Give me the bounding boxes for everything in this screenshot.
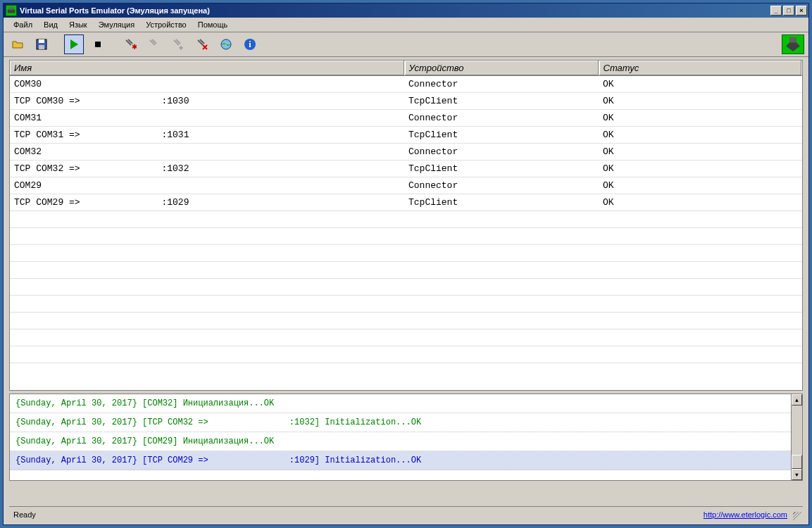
cell-status: OK (599, 194, 802, 211)
cell-device: Connector (404, 144, 599, 161)
website-link[interactable]: http://www.eterlogic.com (704, 510, 787, 519)
cell-device: Connector (404, 76, 599, 93)
menu-file[interactable]: Файл (8, 19, 38, 30)
redacted-ip (85, 130, 161, 140)
open-button[interactable] (8, 34, 27, 54)
plug-delete-icon (196, 38, 208, 51)
info-icon: i (244, 38, 256, 51)
cell-status: OK (599, 161, 802, 177)
scroll-down-icon[interactable]: ▼ (792, 469, 802, 480)
maximize-button[interactable]: □ (783, 6, 794, 15)
resize-grip[interactable] (793, 512, 801, 520)
column-header-name[interactable]: Имя (10, 61, 404, 76)
cell-device: TcpClient (404, 161, 599, 177)
toolbar: ✱ i (4, 32, 808, 57)
table-row-empty (10, 245, 802, 262)
cell-device: TcpClient (404, 194, 599, 211)
save-button[interactable] (32, 34, 51, 54)
table-row[interactable]: TCP COM30 => :1030TcpClientOK (10, 93, 802, 110)
cell-device: TcpClient (404, 93, 599, 110)
table-row-empty (10, 262, 802, 279)
log-line[interactable]: {Sunday, April 30, 2017} [COM32] Инициал… (10, 394, 802, 413)
menubar: Файл Вид Язык Эмуляция Устройство Помощь (4, 18, 808, 32)
status-text: Ready (13, 510, 704, 519)
svg-text:✱: ✱ (132, 43, 137, 51)
statusbar: Ready http://www.eterlogic.com (9, 506, 803, 522)
cell-status: OK (599, 127, 802, 144)
cell-status: OK (599, 93, 802, 110)
window-title: Virtual Serial Ports Emulator (Эмуляция … (20, 6, 769, 15)
column-header-device[interactable]: Устройство (404, 61, 599, 76)
plug-icon (148, 38, 161, 51)
cell-device: Connector (404, 110, 599, 127)
info-button[interactable]: i (240, 34, 260, 54)
table-row-empty (10, 279, 802, 296)
svg-rect-1 (9, 8, 14, 11)
cell-status: OK (599, 110, 802, 127)
table-row-empty (10, 296, 802, 313)
globe-icon (220, 38, 232, 51)
menu-device[interactable]: Устройство (140, 19, 192, 30)
folder-open-icon (11, 38, 24, 51)
svg-rect-10 (789, 37, 797, 43)
table-row-empty (10, 228, 802, 245)
log-line[interactable]: {Sunday, April 30, 2017} [COM29] Инициал… (10, 432, 802, 451)
redacted-ip (213, 417, 289, 427)
cell-device: TcpClient (404, 127, 599, 144)
devices-table: Имя Устройство Статус COM30ConnectorOKTC… (9, 60, 803, 391)
redacted-ip (85, 96, 161, 106)
cell-name: TCP COM30 => :1030 (10, 93, 404, 110)
cell-name: TCP COM31 => :1031 (10, 127, 404, 144)
redacted-ip (85, 164, 161, 174)
table-row[interactable]: TCP COM31 => :1031TcpClientOK (10, 127, 802, 144)
log-scrollbar[interactable]: ▲ ▼ (791, 394, 802, 480)
cell-name: TCP COM29 => :1029 (10, 194, 404, 211)
globe-button[interactable] (216, 34, 236, 54)
stop-button[interactable] (88, 34, 108, 54)
cell-name: COM32 (10, 144, 404, 161)
add-device-button[interactable]: ✱ (120, 34, 140, 54)
svg-rect-4 (39, 45, 44, 49)
cell-name: TCP COM32 => :1032 (10, 161, 404, 177)
close-button[interactable]: × (796, 6, 807, 15)
remove-device-button[interactable] (192, 34, 212, 54)
log-line[interactable]: {Sunday, April 30, 2017} [TCP COM32 => :… (10, 413, 802, 432)
table-row[interactable]: TCP COM32 => :1032TcpClientOK (10, 161, 802, 177)
logo-icon (782, 34, 804, 54)
cell-status: OK (599, 144, 802, 161)
menu-view[interactable]: Вид (38, 19, 63, 30)
log-line[interactable]: {Sunday, April 30, 2017} [TCP COM29 => :… (10, 451, 802, 470)
scroll-thumb[interactable] (792, 455, 802, 469)
svg-rect-5 (95, 42, 101, 47)
table-row[interactable]: COM32ConnectorOK (10, 144, 802, 161)
svg-rect-3 (39, 39, 44, 43)
table-row[interactable]: TCP COM29 => :1029TcpClientOK (10, 194, 802, 211)
device-button-2[interactable] (144, 34, 164, 54)
table-row-empty (10, 346, 802, 363)
app-icon (6, 5, 17, 16)
redacted-ip (213, 455, 289, 465)
cell-name: COM31 (10, 110, 404, 127)
scroll-up-icon[interactable]: ▲ (792, 394, 802, 406)
table-row-empty (10, 211, 802, 228)
device-button-3[interactable] (168, 34, 188, 54)
cell-name: COM30 (10, 76, 404, 93)
table-row[interactable]: COM31ConnectorOK (10, 110, 802, 127)
redacted-ip (85, 198, 161, 208)
menu-help[interactable]: Помощь (192, 19, 234, 30)
play-button[interactable] (64, 34, 84, 54)
column-header-status[interactable]: Статус (599, 61, 802, 76)
table-row-empty (10, 329, 802, 346)
minimize-button[interactable]: _ (770, 6, 782, 15)
menu-language[interactable]: Язык (63, 19, 93, 30)
cell-name: COM29 (10, 177, 404, 194)
table-row-empty (10, 313, 802, 329)
cell-status: OK (599, 177, 802, 194)
play-icon (68, 38, 80, 51)
menu-emulation[interactable]: Эмуляция (93, 19, 141, 30)
main-window: Virtual Serial Ports Emulator (Эмуляция … (3, 3, 809, 525)
table-row[interactable]: COM30ConnectorOK (10, 76, 802, 93)
stop-icon (92, 38, 104, 51)
log-panel: {Sunday, April 30, 2017} [COM32] Инициал… (9, 394, 803, 481)
table-row[interactable]: COM29ConnectorOK (10, 177, 802, 194)
